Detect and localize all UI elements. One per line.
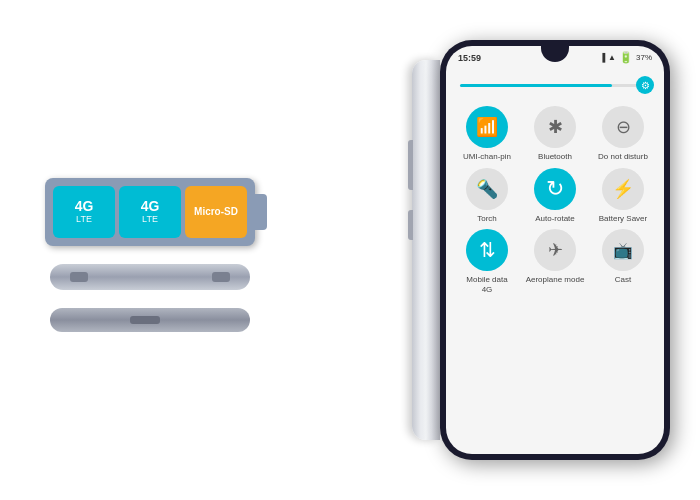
brightness-thumb	[636, 76, 654, 94]
status-icons: ▐ ▲ 🔋 37%	[599, 51, 652, 64]
wifi-label: UMI-chan-pin	[463, 152, 511, 162]
cast-icon: 📺	[602, 229, 644, 271]
autorotate-icon: ↻	[534, 168, 576, 210]
sim-slot-microsd-label: Micro-SD	[194, 206, 238, 218]
sim-tray: 4G LTE 4G LTE Micro-SD	[45, 178, 255, 246]
battery-percent: 37%	[636, 53, 652, 62]
phone-bottom-edge	[50, 308, 250, 332]
qs-tile-aeroplane[interactable]: ✈ Aeroplane mode	[524, 229, 586, 294]
sim-slot-2-sub: LTE	[142, 215, 158, 225]
qs-tile-batterysaver[interactable]: ⚡ Battery Saver	[592, 168, 654, 224]
cast-label: Cast	[615, 275, 631, 285]
phone-container: 15:59 ▐ ▲ 🔋 37%	[412, 20, 670, 480]
qs-tile-autorotate[interactable]: ↻ Auto-rotate	[524, 168, 586, 224]
qs-tile-torch[interactable]: 🔦 Torch	[456, 168, 518, 224]
wifi-status-icon: ▲	[608, 53, 616, 62]
sim-slot-1-label: 4G	[75, 199, 94, 214]
batterysaver-label: Battery Saver	[599, 214, 647, 224]
batterysaver-icon: ⚡	[602, 168, 644, 210]
wifi-icon: 📶	[466, 106, 508, 148]
status-time: 15:59	[458, 53, 481, 63]
sim-slot-microsd: Micro-SD	[185, 186, 247, 238]
sim-slot-1: 4G LTE	[53, 186, 115, 238]
sim-tray-tab	[253, 194, 267, 230]
dnd-label: Do not disturb	[598, 152, 648, 162]
torch-icon: 🔦	[466, 168, 508, 210]
qs-tile-wifi[interactable]: 📶 UMI-chan-pin	[456, 106, 518, 162]
brightness-slider[interactable]	[460, 74, 650, 96]
brightness-fill	[460, 84, 612, 87]
main-scene: 4G LTE 4G LTE Micro-SD	[0, 0, 700, 500]
sim-slot-1-sub: LTE	[76, 215, 92, 225]
phone-body: 15:59 ▐ ▲ 🔋 37%	[440, 40, 670, 460]
dnd-icon: ⊖	[602, 106, 644, 148]
quick-settings-grid: 📶 UMI-chan-pin ✱ Bluetooth ⊖ Do not dist…	[446, 102, 664, 298]
sim-slot-2: 4G LTE	[119, 186, 181, 238]
torch-label: Torch	[477, 214, 497, 224]
aeroplane-label: Aeroplane mode	[526, 275, 585, 285]
qs-tile-cast[interactable]: 📺 Cast	[592, 229, 654, 294]
qs-tile-bluetooth[interactable]: ✱ Bluetooth	[524, 106, 586, 162]
phone-screen: 15:59 ▐ ▲ 🔋 37%	[446, 46, 664, 454]
qs-tile-dnd[interactable]: ⊖ Do not disturb	[592, 106, 654, 162]
bluetooth-label: Bluetooth	[538, 152, 572, 162]
brightness-track	[460, 84, 650, 87]
sim-slot-2-label: 4G	[141, 199, 160, 214]
phone-top-edge	[50, 264, 250, 290]
aeroplane-icon: ✈	[534, 229, 576, 271]
phone-side-spine	[412, 60, 440, 440]
autorotate-label: Auto-rotate	[535, 214, 575, 224]
qs-tile-mobiledata[interactable]: ⇅ Mobile data4G	[456, 229, 518, 294]
signal-icon: ▐	[599, 53, 605, 62]
bluetooth-icon: ✱	[534, 106, 576, 148]
left-panel: 4G LTE 4G LTE Micro-SD	[20, 168, 280, 332]
mobiledata-label: Mobile data4G	[466, 275, 507, 294]
mobiledata-icon: ⇅	[466, 229, 508, 271]
battery-icon: 🔋	[619, 51, 633, 64]
